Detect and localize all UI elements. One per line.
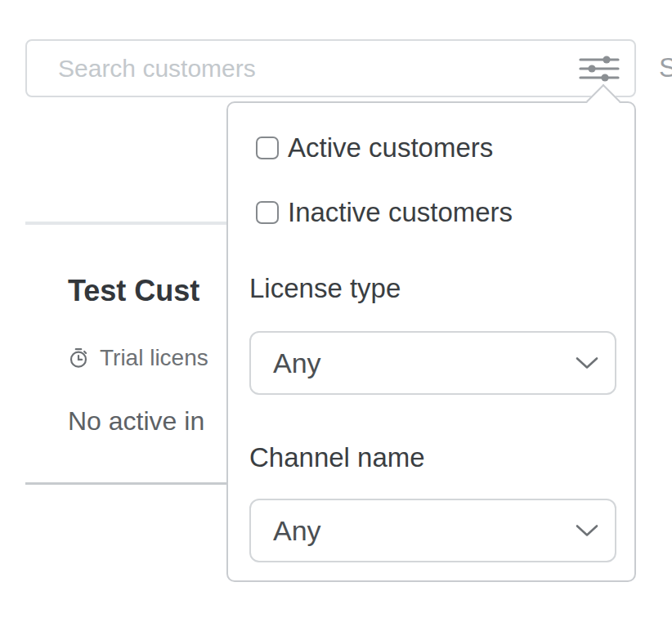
customer-status-text: No active in xyxy=(68,406,204,437)
customer-card-title: Test Cust xyxy=(68,275,199,307)
chevron-down-icon xyxy=(576,525,598,537)
inactive-customers-checkbox[interactable] xyxy=(256,201,279,224)
section-divider-bottom xyxy=(25,482,227,485)
license-info-row: Trial licens xyxy=(68,345,208,371)
license-type-value: Any xyxy=(273,347,321,379)
channel-name-select[interactable]: Any xyxy=(249,499,616,562)
license-type-select[interactable]: Any xyxy=(249,331,616,395)
filter-option-active[interactable]: Active customers xyxy=(256,132,493,163)
filter-sliders-icon xyxy=(578,55,620,83)
license-text: Trial licens xyxy=(100,345,208,371)
section-divider-top xyxy=(25,222,227,225)
channel-name-label: Channel name xyxy=(249,442,425,473)
channel-name-value: Any xyxy=(273,515,321,547)
license-type-label: License type xyxy=(249,273,401,304)
filter-dropdown-panel: Active customers Inactive customers Lice… xyxy=(226,101,636,582)
chevron-down-icon xyxy=(576,357,598,369)
active-customers-label[interactable]: Active customers xyxy=(288,132,493,163)
search-bar xyxy=(25,39,636,97)
filter-option-inactive[interactable]: Inactive customers xyxy=(256,197,513,228)
clipped-right-text: S xyxy=(659,52,672,83)
inactive-customers-label[interactable]: Inactive customers xyxy=(288,197,513,228)
stopwatch-icon xyxy=(68,347,89,369)
search-input[interactable] xyxy=(27,41,634,96)
active-customers-checkbox[interactable] xyxy=(256,137,279,159)
